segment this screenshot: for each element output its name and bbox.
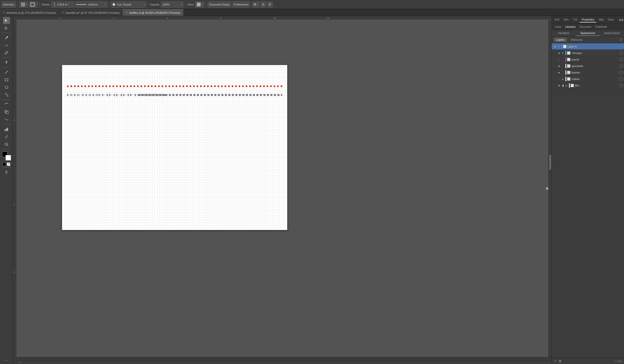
rp-ctab-variables[interactable]: Variables	[552, 30, 576, 36]
opacity-control[interactable]: 100% ▾	[161, 2, 183, 8]
layers-menu-icon[interactable]: ☰	[619, 38, 622, 42]
stroke-type-selector[interactable]: Uniform ▾	[75, 2, 107, 8]
fill-dropdown-arrow[interactable]: ▾	[26, 3, 27, 6]
layer-target-outline[interactable]	[619, 77, 623, 81]
rp-ctab-appearance[interactable]: Appearance	[576, 30, 600, 36]
layer-target-sound[interactable]	[619, 58, 623, 61]
layer-row-sound[interactable]: ○ sound	[552, 56, 624, 63]
tool-type[interactable]: T	[3, 59, 10, 66]
layer-arrow-film[interactable]: ▶	[565, 84, 568, 87]
layer-eye-group1[interactable]: ●	[557, 51, 561, 55]
layer-row-outline[interactable]: ○ ▶ outline	[552, 76, 624, 82]
layer-target-film[interactable]	[619, 84, 623, 87]
stroke-up-arrow[interactable]: ▲	[53, 2, 56, 4]
layer-target-frames[interactable]	[619, 71, 623, 74]
tool-brush2[interactable]	[3, 133, 10, 140]
layer-lock-film[interactable]: 🔒	[561, 84, 565, 87]
style-arrow[interactable]: ▾	[201, 3, 202, 6]
tool-warp[interactable]	[3, 116, 10, 123]
horizontal-scrollbar[interactable]	[13, 357, 551, 360]
stroke-mode-arrow[interactable]: ▾	[35, 3, 36, 6]
tool-selection[interactable]	[3, 17, 10, 24]
v-scrollbar-thumb[interactable]	[549, 155, 551, 170]
white-swatch[interactable]	[7, 162, 10, 166]
tool-ellipse[interactable]	[3, 84, 10, 91]
rp-collapse-btn[interactable]: ◀◀	[618, 18, 623, 22]
layer-eye-outline[interactable]: ○	[557, 77, 561, 81]
rp-tab-strc[interactable]: Strc	[562, 17, 571, 22]
layer-arrow-layer6[interactable]: ▶	[557, 45, 561, 48]
layer-eye-film[interactable]: ●	[557, 83, 561, 88]
tab-testfilm[interactable]: ✕ testfilm.ai @ 49.82% (RGB/GPU Preview)	[123, 9, 183, 16]
workspace-selector[interactable]: ⊞ ▾	[252, 2, 259, 8]
layer-arrow-outline[interactable]: ▶	[561, 77, 565, 81]
layer-arrow-group1[interactable]: ▶	[561, 51, 565, 55]
layers-tab-layers[interactable]: Layers	[554, 38, 567, 42]
layer-target-group1[interactable]	[619, 51, 623, 55]
workspace-arrow[interactable]: ▾	[257, 3, 258, 6]
tool-line[interactable]	[3, 69, 10, 76]
layer-eye-layer6[interactable]: ●	[553, 44, 557, 49]
rp-subtab-libraries[interactable]: Libraries	[563, 24, 578, 29]
tool-direct-select[interactable]	[3, 24, 10, 32]
layer-row-group1[interactable]: ● ▶ <Group>	[552, 50, 624, 56]
rp-tab-tra[interactable]: Tra	[571, 17, 579, 22]
tool-curvature[interactable]	[3, 42, 10, 49]
tab-sketches[interactable]: ✕ sketches.ai @ 17% (RGB/GPU Preview)	[0, 9, 59, 16]
layers-tab-artboards[interactable]: Artboards	[568, 38, 585, 42]
layer-target-sprockets[interactable]	[619, 64, 623, 68]
rp-subtab-pathfinder[interactable]: Pathfinde	[593, 24, 609, 29]
stroke-mode[interactable]: ▾	[29, 2, 38, 8]
tab-laserfilm[interactable]: ✕ laserfilm.ai* @ 87.75% (RGB/GPU Previe…	[59, 9, 123, 16]
tool-zoom[interactable]	[3, 141, 10, 148]
layer-eye-frames[interactable]: ●	[557, 70, 561, 75]
color-swatches[interactable]	[2, 152, 11, 160]
rp-tab-grac[interactable]: Grac	[606, 17, 616, 22]
rp-tab-acti[interactable]: Acti	[553, 17, 561, 22]
layer-row-sprockets[interactable]: ● sprockets	[552, 63, 624, 69]
panel-toggle-arrow[interactable]: ▸	[19, 361, 20, 364]
opacity-arrow[interactable]: ▾	[181, 3, 182, 6]
style-swatch[interactable]: ▾	[195, 2, 204, 8]
tool-pen[interactable]	[3, 34, 10, 41]
tab-close-testfilm[interactable]: ✕	[126, 11, 128, 14]
brush-size-selector[interactable]: 3 pt. Round ▾	[111, 2, 146, 8]
none-swatch[interactable]	[3, 162, 6, 166]
tool-hand[interactable]	[3, 169, 10, 176]
rp-tab-alig[interactable]: Alig	[597, 17, 605, 22]
opacity-value[interactable]: 100%	[162, 3, 169, 6]
rp-ctab-asset-export[interactable]: Asset Export	[600, 30, 624, 36]
tab-close-sketches[interactable]: ✕	[3, 11, 5, 14]
stroke-type-arrow[interactable]: ▾	[105, 3, 106, 6]
tool-paint-bucket[interactable]	[3, 91, 10, 98]
tool-chart[interactable]	[3, 126, 10, 133]
brush-size-arrow[interactable]: ▾	[144, 3, 145, 6]
layer-eye-sprockets[interactable]: ●	[557, 64, 561, 68]
canvas-area[interactable]: // This runs in browser but let's just h…	[17, 20, 548, 357]
rp-tab-properties[interactable]: Properties	[580, 17, 596, 22]
more-tools-dots[interactable]: ···	[5, 358, 8, 362]
add-layer-btn[interactable]: +	[553, 359, 557, 363]
tool-scale[interactable]	[3, 108, 10, 116]
fill-color[interactable]	[21, 2, 25, 6]
stroke-unit-arrow[interactable]: ▾	[68, 3, 69, 6]
tool-rotate[interactable]	[3, 101, 10, 108]
stroke-swatch-main[interactable]	[6, 155, 11, 160]
delete-layer-btn[interactable]: 🗑	[558, 359, 562, 363]
vertical-scrollbar[interactable]	[548, 20, 551, 357]
stroke-value-control[interactable]: ▲ ▼ 0.014 in ▾	[51, 2, 74, 8]
stroke-value[interactable]: 0.014 in	[57, 3, 67, 6]
fill-swatch[interactable]: ▾	[20, 2, 28, 8]
layer-row-film[interactable]: ● 🔒 ▶ film	[552, 82, 624, 89]
preferences-button[interactable]: Preferences	[232, 2, 250, 8]
rp-subtab-links[interactable]: Links	[553, 24, 563, 29]
menu-icon[interactable]: ☰	[267, 2, 273, 8]
layer-row-frames[interactable]: ● frames	[552, 69, 624, 76]
layer-target-layer6[interactable]	[619, 45, 623, 48]
arrange-icon[interactable]: ⊟	[260, 2, 266, 8]
tool-pencil[interactable]	[3, 49, 10, 56]
rp-subtab-document[interactable]: Documen	[578, 24, 593, 29]
layer-eye-sound[interactable]: ○	[557, 57, 561, 62]
tool-rect[interactable]	[3, 76, 10, 83]
stroke-down-arrow[interactable]: ▼	[53, 4, 56, 7]
